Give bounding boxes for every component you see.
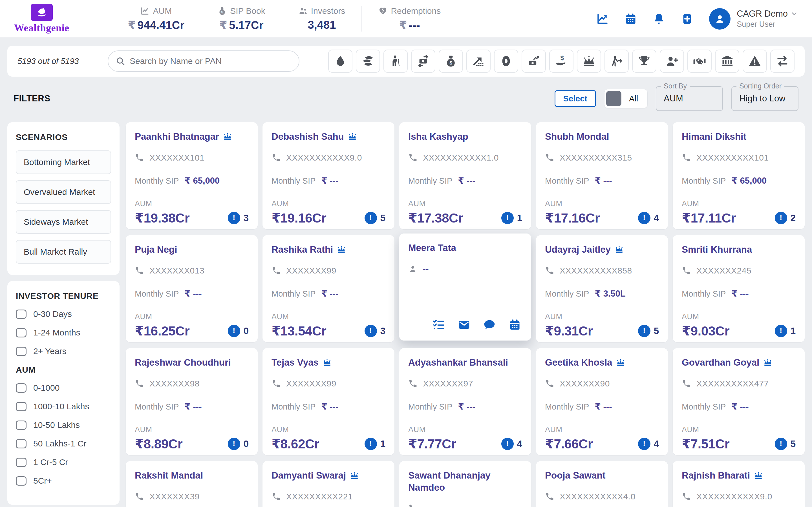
calendar-action-button[interactable] <box>509 319 521 331</box>
quick-filter-coins-button[interactable] <box>356 50 380 73</box>
aum-filter-option-6[interactable]: 5Cr+ <box>16 476 111 486</box>
monthly-sip-row: Monthly SIP₹ --- <box>135 288 249 299</box>
investor-card[interactable]: Smriti KhurranaXXXXXXX245Monthly SIP₹ --… <box>673 235 805 342</box>
alert-count: 1 <box>791 326 796 336</box>
aum-filter-option-5[interactable]: 1 Cr-5 Cr <box>16 457 111 467</box>
select-all-toggle[interactable]: All <box>605 89 647 108</box>
scenario-button-4[interactable]: Bull Market Rally <box>16 240 111 264</box>
select-button[interactable]: Select <box>555 90 596 107</box>
handshake-icon <box>693 55 706 68</box>
quick-filter-switch-button[interactable] <box>770 50 795 73</box>
aum-filter-option-3[interactable]: 10-50 Lakhs <box>16 420 111 430</box>
water-drop-icon <box>334 55 347 68</box>
checklist-action-button[interactable] <box>433 319 445 331</box>
quick-filter-payout-button[interactable]: $ <box>549 50 573 73</box>
quick-filter-money-bag-button[interactable]: $ <box>439 50 463 73</box>
genie-lamp-icon <box>31 4 53 21</box>
aum-label: AUM <box>271 200 386 208</box>
investor-card[interactable]: Rashika RathiXXXXXXX99Monthly SIP₹ ---AU… <box>262 235 395 342</box>
investor-card[interactable]: Adyashankar BhansaliXXXXXXX97Monthly SIP… <box>399 348 531 455</box>
monthly-sip-value: ₹ 65,000 <box>731 175 767 186</box>
tenure-checkbox[interactable] <box>16 309 27 319</box>
search-box[interactable] <box>108 50 299 72</box>
brand-logo[interactable]: Wealthgenie <box>14 4 69 34</box>
quick-filter-water-drop-button[interactable] <box>328 50 352 73</box>
notifications-bell-icon[interactable] <box>653 13 665 25</box>
investor-card[interactable]: Isha KashyapXXXXXXXXXXX1.0Monthly SIP₹ -… <box>399 122 531 229</box>
aum-filter-option-2[interactable]: 1000-10 Lakhs <box>16 402 111 411</box>
quick-filter-senior-citizen-button[interactable] <box>384 50 408 73</box>
alert-icon: ! <box>775 438 787 450</box>
quick-filter-cash-flow-button[interactable] <box>522 50 546 73</box>
investor-card[interactable]: Rajeshwar ChoudhuriXXXXXXX98Monthly SIP₹… <box>126 348 258 455</box>
tenure-option-2[interactable]: 1-24 Months <box>16 328 111 337</box>
quick-filter-crown-button[interactable] <box>577 50 601 73</box>
investor-card[interactable]: Udayraj JaitleyXXXXXXXXXX858Monthly SIP₹… <box>536 235 668 342</box>
quick-filter-bank-button[interactable] <box>715 50 739 73</box>
quick-filter-transaction-button[interactable] <box>411 50 435 73</box>
quick-filter-zero-balance-button[interactable] <box>494 50 518 73</box>
crown-icon <box>582 55 596 68</box>
quick-filter-alert-button[interactable] <box>743 50 767 73</box>
investor-card[interactable]: Paankhi BhatnagarXXXXXXX101Monthly SIP₹ … <box>126 122 258 229</box>
analytics-icon[interactable] <box>596 13 609 25</box>
monthly-sip-label: Monthly SIP <box>545 176 589 186</box>
sorting-order-select[interactable]: Sorting Order High to Low <box>731 86 799 111</box>
user-menu[interactable]: CAGR Demo Super User <box>709 8 798 30</box>
aum-filter-option-1[interactable]: 0-1000 <box>16 383 111 393</box>
investor-card[interactable]: Geetika KhoslaXXXXXXX90Monthly SIP₹ ---A… <box>536 348 668 455</box>
alert-count: 2 <box>791 213 796 223</box>
investor-card[interactable]: Meera Tata-- <box>399 233 531 341</box>
scenario-button-1[interactable]: Bottoming Market <box>16 151 111 174</box>
aum-label: AUM <box>408 425 522 434</box>
aum-filter-checkbox[interactable] <box>16 420 27 430</box>
tenure-checkbox[interactable] <box>16 328 27 337</box>
investor-card[interactable]: Tejas VyasXXXXXXX99Monthly SIP₹ ---AUM₹8… <box>262 348 395 455</box>
filter-sidebar: SCENARIOS Bottoming MarketOvervalued Mar… <box>7 122 119 505</box>
aum-filter-checkbox[interactable] <box>16 383 27 393</box>
investor-card[interactable]: Debashish SahuXXXXXXXXXXX9.0Monthly SIP₹… <box>262 122 395 229</box>
aum-row: ₹8.89Cr!0 <box>135 436 249 452</box>
investor-card[interactable]: Pooja SawantXXXXXXXXXXX4.0 <box>536 461 668 507</box>
investor-card[interactable]: Rakshit MandalXXXXXXX39 <box>126 461 258 507</box>
alert-badge: !3 <box>228 212 249 224</box>
aum-filter-checkbox[interactable] <box>16 458 27 467</box>
sort-by-value: AUM <box>664 94 683 103</box>
aum-filter-label: 0-1000 <box>33 383 59 393</box>
quick-filter-handshake-button[interactable] <box>688 50 712 73</box>
scenario-button-2[interactable]: Overvalued Market <box>16 180 111 204</box>
quick-filter-sip-growth-button[interactable] <box>466 50 491 73</box>
investor-card[interactable]: Govardhan GoyalXXXXXXXXXX477Monthly SIP₹… <box>673 348 805 455</box>
quick-filter-trophy-button[interactable] <box>632 50 656 73</box>
investor-card[interactable]: Sawant Dhananjay Namdeo <box>399 461 531 507</box>
investor-card[interactable]: Puja NegiXXXXXXX013Monthly SIP₹ ---AUM₹1… <box>126 235 258 342</box>
investor-name: Puja Negi <box>135 244 249 256</box>
aum-filter-checkbox[interactable] <box>16 402 27 411</box>
aum-label: AUM <box>271 313 386 321</box>
aum-row: ₹19.38Cr!3 <box>135 210 249 226</box>
alert-icon: ! <box>775 325 787 337</box>
investor-card[interactable]: Shubh MondalXXXXXXXXXX315Monthly SIP₹ --… <box>536 122 668 229</box>
investor-phone: XXXXXXX97 <box>408 379 522 388</box>
investor-card[interactable]: Damyanti SwarajXXXXXXXXX221 <box>262 461 395 507</box>
sort-by-select[interactable]: Sort By AUM <box>656 86 723 111</box>
aum-filter-option-4[interactable]: 50 Lakhs-1 Cr <box>16 439 111 448</box>
tenure-checkbox[interactable] <box>16 347 27 356</box>
tenure-option-1[interactable]: 0-30 Days <box>16 309 111 319</box>
investor-card[interactable]: Rajnish BharatiXXXXXXXXXXX9.0 <box>673 461 805 507</box>
tenure-option-3[interactable]: 2+ Years <box>16 346 111 356</box>
aum-filter-checkbox[interactable] <box>16 476 27 486</box>
quick-filter-exit-investor-button[interactable] <box>605 50 629 73</box>
scenario-button-3[interactable]: Sideways Market <box>16 210 111 234</box>
search-input[interactable] <box>130 56 292 66</box>
investor-card[interactable]: Himani DikshitXXXXXXXXXX101Monthly SIP₹ … <box>673 122 805 229</box>
phone-icon <box>545 266 554 275</box>
add-new-icon[interactable] <box>681 13 693 25</box>
calendar-icon[interactable] <box>624 13 637 25</box>
quick-filter-add-investor-button[interactable] <box>660 50 684 73</box>
aum-filter-checkbox[interactable] <box>16 439 27 448</box>
investor-name: Tejas Vyas <box>271 356 386 369</box>
mail-action-button[interactable] <box>458 319 470 331</box>
chat-action-button[interactable] <box>483 319 496 331</box>
monthly-sip-value: ₹ --- <box>595 175 612 186</box>
